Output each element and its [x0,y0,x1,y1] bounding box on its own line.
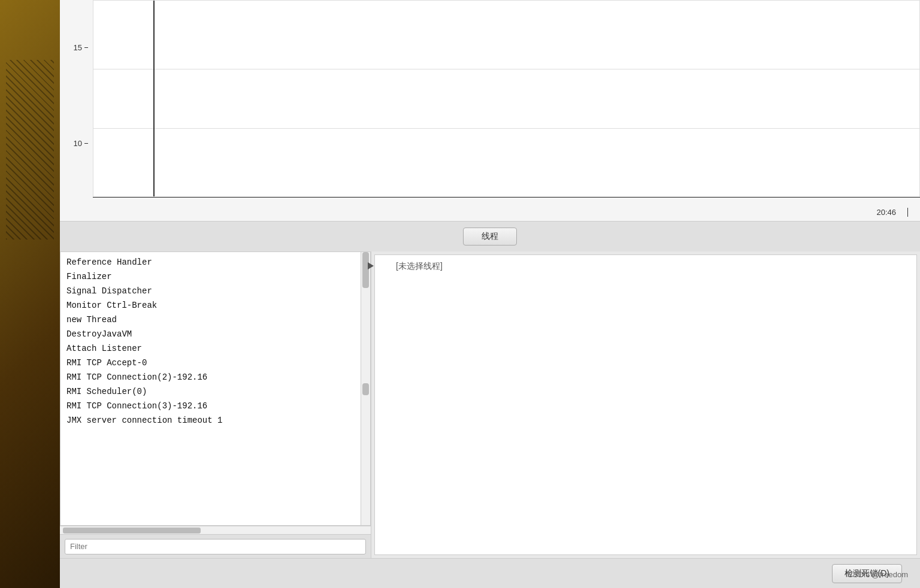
left-panel [0,0,60,588]
collapse-arrow-icon[interactable] [368,262,374,269]
list-item[interactable]: JMX server connection timeout 1 [60,413,370,428]
time-marker: 20:46 [907,208,908,218]
grid-line-10 [93,128,919,129]
decorative-pattern [6,60,54,240]
thread-button[interactable]: 线程 [463,228,517,245]
list-item[interactable]: Attach Listener [60,341,370,356]
x-axis: 20:46 [93,197,920,221]
grid-line-15 [93,69,919,69]
watermark-text: CSDN @freedom [848,570,908,579]
detail-inner: [未选择线程] [375,255,916,278]
list-item[interactable]: Signal Dispatcher [60,284,370,298]
thread-header: 线程 [60,222,920,251]
filter-bar [60,534,371,558]
list-item[interactable]: DestroyJavaVM [60,327,370,341]
chart-area: 15 10 20:46 [60,0,920,222]
action-bar: 检测死锁(D) CSDN @freedom [60,558,920,588]
y-axis: 15 10 [60,0,93,197]
list-item[interactable]: RMI TCP Accept-0 [60,356,370,370]
y-label-15: 15 [74,43,82,52]
thread-list[interactable]: Reference Handler Finalizer Signal Dispa… [60,251,371,526]
scrollbar-thumb-mid[interactable] [362,383,369,395]
list-item[interactable]: Monitor Ctrl-Break [60,298,370,313]
thread-list-container: Reference Handler Finalizer Signal Dispa… [60,251,371,558]
y-tick-15: 15 [74,43,88,52]
x-time-label: 20:46 [876,208,896,217]
tick-mark-10 [84,143,88,144]
list-item[interactable]: RMI TCP Connection(2)-192.16 [60,370,370,384]
chart-vertical-bar [153,1,155,196]
list-item[interactable]: Finalizer [60,269,370,284]
list-item[interactable]: Reference Handler [60,255,370,269]
y-tick-10: 10 [74,139,88,148]
x-axis-line [93,197,920,198]
list-item[interactable]: new Thread [60,313,370,327]
horizontal-scrollbar[interactable] [60,526,371,534]
y-label-10: 10 [74,139,82,148]
thread-section: 线程 Reference Handler Finalizer Signal Di… [60,222,920,588]
list-item[interactable]: RMI TCP Connection(3)-192.16 [60,399,370,413]
vertical-scrollbar[interactable] [361,252,370,525]
h-scroll-thumb[interactable] [63,528,201,534]
chart-plot [93,0,920,197]
detail-area: [未选择线程] [371,251,920,558]
filter-input[interactable] [65,539,366,554]
scrollbar-thumb-top[interactable] [362,252,369,288]
thread-content: Reference Handler Finalizer Signal Dispa… [60,251,920,558]
list-item[interactable]: RMI Scheduler(0) [60,384,370,399]
placeholder-text: [未选择线程] [387,255,452,277]
detail-panel: [未选择线程] [374,254,917,555]
time-marker-line [907,208,908,217]
main-content: 15 10 20:46 [60,0,920,588]
tick-mark-15 [84,47,88,48]
thread-list-inner: Reference Handler Finalizer Signal Dispa… [60,252,370,431]
